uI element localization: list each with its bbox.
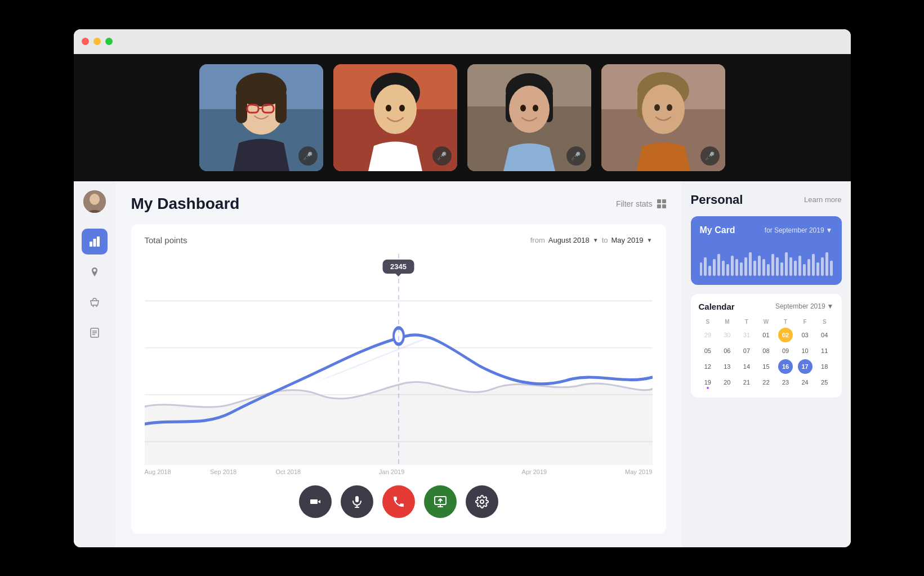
from-date[interactable]: August 2018 [548, 236, 590, 244]
mini-bar-4 [717, 254, 720, 276]
to-date[interactable]: May 2019 [611, 236, 644, 244]
mic-button[interactable] [341, 485, 373, 518]
mini-bar-29 [830, 261, 833, 276]
cal-day-30[interactable]: 30 [720, 328, 734, 342]
cal-day-25[interactable]: 25 [817, 375, 832, 390]
close-button[interactable] [82, 38, 89, 45]
mini-bar-1 [704, 257, 707, 276]
cal-day-13[interactable]: 13 [720, 359, 734, 374]
svg-rect-34 [97, 236, 100, 247]
cal-day-04[interactable]: 04 [817, 328, 832, 342]
calendar-title: Calendar [699, 302, 735, 311]
camera-button[interactable] [299, 485, 332, 518]
svg-point-21 [520, 105, 526, 111]
cal-day-21[interactable]: 21 [739, 375, 754, 390]
cal-day-09[interactable]: 09 [778, 343, 793, 358]
mini-bar-10 [744, 257, 747, 276]
to-label: to [602, 236, 608, 244]
day-header-w: W [757, 317, 775, 327]
cal-day-29[interactable]: 29 [700, 328, 715, 342]
cal-day-12[interactable]: 12 [700, 359, 715, 374]
video-tile-2: 🎤 [333, 64, 457, 171]
mini-bar-26 [816, 262, 819, 276]
cal-day-06[interactable]: 06 [720, 343, 734, 358]
svg-point-36 [92, 305, 93, 306]
mini-bar-16 [771, 254, 774, 276]
calendar-month-caret: ▼ [827, 302, 834, 310]
from-caret: ▼ [593, 237, 599, 243]
mic-badge-1[interactable]: 🎤 [298, 146, 318, 166]
svg-rect-48 [355, 496, 359, 502]
svg-point-29 [667, 104, 672, 111]
svg-rect-5 [275, 90, 287, 123]
cal-day-23[interactable]: 23 [778, 375, 793, 390]
cal-day-07[interactable]: 07 [739, 343, 754, 358]
sidebar-item-page[interactable] [82, 320, 108, 346]
chart-container: Total points from August 2018 ▼ to May 2… [131, 224, 666, 534]
calendar-month-selector[interactable]: September 2019 ▼ [775, 302, 834, 310]
dashboard-header: My Dashboard Filter stats [131, 195, 666, 213]
for-label: for [765, 226, 773, 234]
day-header-f: F [796, 317, 814, 327]
cal-day-01[interactable]: 01 [758, 328, 773, 342]
x-label-9: May 2019 [625, 468, 652, 475]
share-button[interactable] [424, 485, 457, 518]
user-avatar[interactable] [83, 190, 106, 213]
dashboard-title: My Dashboard [131, 195, 240, 213]
mini-bar-18 [780, 262, 783, 276]
cal-day-11[interactable]: 11 [817, 343, 832, 358]
mini-bar-21 [794, 261, 797, 276]
sidebar-item-pins[interactable] [82, 259, 108, 285]
cal-day-20[interactable]: 20 [720, 375, 734, 390]
mic-badge-3[interactable]: 🎤 [566, 146, 586, 166]
main-window: 🎤 🎤 [74, 29, 851, 547]
cal-day-05[interactable]: 05 [700, 343, 715, 358]
mini-bar-25 [812, 254, 815, 276]
chart-title: Total points [145, 235, 188, 245]
personal-header: Personal Learn more [691, 193, 842, 207]
svg-point-12 [374, 84, 417, 134]
mic-badge-2[interactable]: 🎤 [432, 146, 452, 166]
filter-stats-button[interactable]: Filter stats [616, 199, 666, 208]
mini-bar-9 [740, 262, 743, 276]
cal-day-24[interactable]: 24 [798, 375, 813, 390]
cal-day-15[interactable]: 15 [758, 359, 773, 374]
calendar-header: Calendar September 2019 ▼ [699, 302, 834, 311]
learn-more-link[interactable]: Learn more [804, 195, 841, 204]
minimize-button[interactable] [93, 38, 101, 45]
cal-day-14[interactable]: 14 [739, 359, 754, 374]
svg-point-14 [399, 105, 405, 111]
mini-bar-0 [700, 262, 703, 276]
title-bar [74, 29, 851, 54]
mini-bar-24 [807, 259, 810, 276]
mini-bar-19 [785, 252, 788, 276]
mic-badge-4[interactable]: 🎤 [700, 146, 720, 166]
settings-button[interactable] [466, 485, 498, 518]
chart-header: Total points from August 2018 ▼ to May 2… [145, 235, 653, 245]
cal-day-10[interactable]: 10 [798, 343, 813, 358]
cal-day-22[interactable]: 22 [758, 375, 773, 390]
filter-label: Filter stats [616, 199, 653, 208]
cal-day-18[interactable]: 18 [817, 359, 832, 374]
cal-day-16[interactable]: 16 [778, 359, 793, 374]
cal-day-08[interactable]: 08 [758, 343, 773, 358]
sidebar-item-dashboard[interactable] [82, 229, 108, 254]
cal-day-03[interactable]: 03 [798, 328, 813, 342]
mini-bar-17 [776, 257, 779, 276]
svg-rect-32 [90, 242, 92, 247]
x-label-0: Aug 2018 [145, 468, 171, 475]
end-call-button[interactable] [382, 485, 415, 518]
my-card-date[interactable]: for September 2019 ▼ [765, 226, 833, 234]
cal-day-19[interactable]: 19 [700, 375, 715, 390]
svg-point-13 [386, 105, 391, 111]
from-label: from [530, 236, 545, 244]
x-axis-labels: Aug 2018 Sep 2018 Oct 2018 Jan 2019 Apr … [145, 465, 653, 475]
cal-day-17[interactable]: 17 [798, 359, 813, 374]
cal-day-31[interactable]: 31 [739, 328, 754, 342]
sidebar-item-basket[interactable] [82, 289, 108, 315]
maximize-button[interactable] [105, 38, 113, 45]
svg-point-35 [93, 269, 96, 271]
cal-day-02[interactable]: 02 [778, 328, 793, 342]
svg-point-52 [480, 500, 484, 503]
video-tile-1: 🎤 [199, 64, 323, 171]
